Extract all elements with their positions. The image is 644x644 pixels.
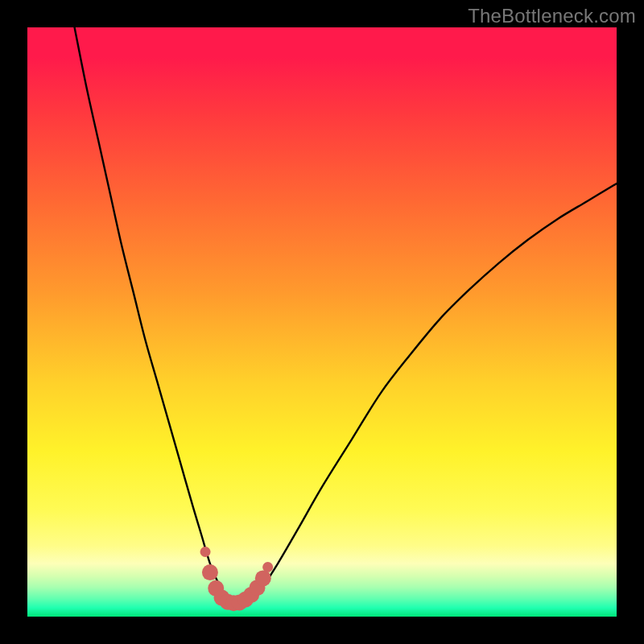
attribution-text: TheBottleneck.com	[468, 5, 636, 27]
bottleneck-curve	[75, 27, 617, 601]
highlight-dot	[255, 570, 271, 586]
highlight-dot	[262, 562, 273, 572]
highlight-dot	[202, 564, 218, 580]
plot-area	[27, 27, 617, 617]
highlight-dot	[200, 547, 211, 557]
curve-layer	[27, 27, 617, 617]
chart-frame: TheBottleneck.com	[0, 0, 644, 644]
highlight-dots	[200, 547, 274, 611]
